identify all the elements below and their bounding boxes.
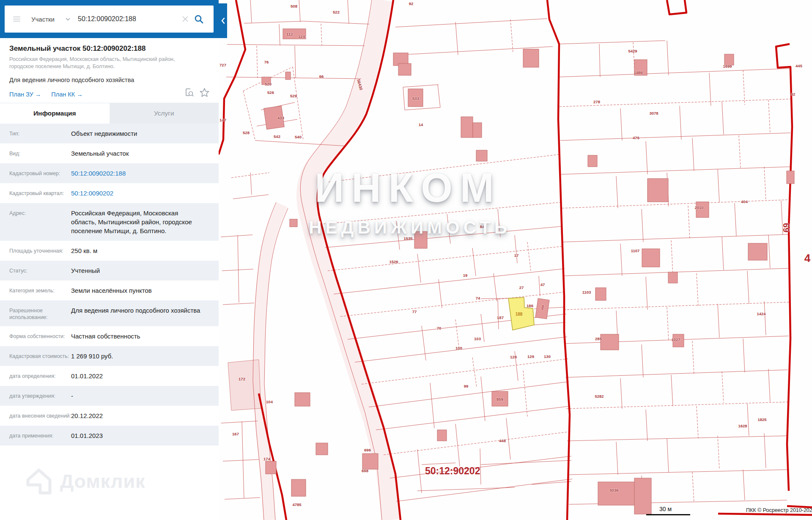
star-icon[interactable] xyxy=(200,88,209,99)
parcel-boundaries xyxy=(221,0,791,520)
parcel-number-label: 130 xyxy=(544,354,551,359)
parcel-number-label: 17 xyxy=(514,253,519,258)
parcel-number-label: 187 xyxy=(497,315,504,320)
parcel-number-label: 1489 xyxy=(634,70,642,75)
info-panel: Участки xyxy=(0,0,219,520)
parcel-number-label: 1699 xyxy=(723,64,732,69)
parcel-number-label: 522 xyxy=(333,10,340,14)
map-copyright: ПКК © Росреестр 2010-202 xyxy=(746,507,812,513)
parcel-number-label: 74 xyxy=(476,296,480,300)
cadastral-quarter-label: 50:12:90202 xyxy=(425,465,480,477)
parcel-number-label: 1424 xyxy=(757,311,765,316)
parcel-number-label: 508 xyxy=(291,4,297,8)
buildings xyxy=(262,29,794,514)
document-search-icon[interactable] xyxy=(184,87,195,99)
parcel-number-label: 92 xyxy=(409,1,414,6)
close-icon[interactable] xyxy=(180,14,191,25)
table-row: Вид:Земельный участок xyxy=(0,143,219,163)
table-row: Кадастровая стоимость:1 269 910 руб. xyxy=(0,346,219,366)
pink-parcel[interactable] xyxy=(228,360,261,410)
road-surfaces xyxy=(258,0,391,520)
search-input[interactable] xyxy=(77,15,180,23)
parcel-number-label: 698 xyxy=(362,468,368,473)
parcel-number-label: 448 xyxy=(499,438,506,443)
row-value: Учтенный xyxy=(71,266,219,275)
parcel-number-label: 445 xyxy=(796,63,802,68)
row-label: Кадастровый номер: xyxy=(0,169,71,177)
row-value: 20.12.2022 xyxy=(71,411,219,420)
chevron-down-icon xyxy=(66,18,70,21)
parcel-number-label: 76 xyxy=(264,60,269,64)
table-row: Категория земель:Земли населённых пункто… xyxy=(0,281,219,300)
parcel-number-label: 433 xyxy=(277,116,284,120)
search-icon[interactable] xyxy=(193,14,204,25)
parcel-number-label: 47 xyxy=(540,282,545,287)
table-row: дата определения:01.01.2022 xyxy=(0,366,219,386)
row-value: Земли населённых пунктов xyxy=(71,286,219,295)
parcel-number-label: 5282 xyxy=(595,394,604,399)
table-row: Кадастровый квартал:50:12:0090202 xyxy=(0,183,219,203)
row-value: - xyxy=(71,391,219,400)
parcel-number-label: 77 xyxy=(412,309,417,314)
cadastral-number-link[interactable]: 50:12:0090202:188 xyxy=(71,169,219,178)
search-category-label: Участки xyxy=(31,16,55,23)
parcel-number-label: 520 xyxy=(265,82,272,86)
table-row: Статус:Учтенный xyxy=(0,261,219,281)
tab-informatsiya[interactable]: Информация xyxy=(0,103,110,124)
parcel-number-label: 104 xyxy=(266,399,273,404)
cadastral-map[interactable]: 5085229211212376667271475205265294335285… xyxy=(219,0,812,520)
parcel-number-label: 103 xyxy=(474,336,481,341)
row-value: 250 кв. м xyxy=(71,246,219,255)
collapse-panel-button[interactable] xyxy=(219,3,227,38)
parcel-number-label: 1027 xyxy=(671,337,680,342)
parcel-number-label: 533 xyxy=(412,96,419,101)
parcel-number-label: 285 xyxy=(595,336,602,341)
row-label: дата применения: xyxy=(0,431,71,439)
table-row: Площадь уточненная:250 кв. м xyxy=(0,241,219,261)
parcel-number-label: 727 xyxy=(219,63,226,67)
parcel-number-label: 112 xyxy=(286,32,293,36)
hamburger-icon[interactable] xyxy=(13,17,20,22)
parcel-number-label: 1825 xyxy=(757,417,766,422)
domclick-label: Домклик xyxy=(60,470,145,492)
row-value: 01.01.2023 xyxy=(71,431,219,440)
row-value: 01.01.2022 xyxy=(71,371,219,380)
parcel-number-label: 69 xyxy=(782,223,791,232)
row-value: Российская Федерация, Московская область… xyxy=(71,209,219,235)
parcel-number-label: 404 xyxy=(741,199,748,204)
map-watermark-nedvizhimost: НЕДВИЖИМОСТЬ xyxy=(309,217,511,238)
parcel-number-label: 172 xyxy=(239,377,245,381)
parcel-number-label: 19 xyxy=(463,273,468,278)
parcel-number-label: 696 xyxy=(364,448,371,452)
plan-zu-link[interactable]: План ЗУ → xyxy=(9,91,41,98)
parcel-number-label: 529 xyxy=(290,94,297,98)
cadastral-number-link[interactable]: 50:12:0090202 xyxy=(71,189,219,198)
parcel-usage: Для ведения личного подсобного хозяйства xyxy=(9,77,209,83)
parcel-number-label: 5036 xyxy=(609,488,618,492)
scale-bar xyxy=(646,514,690,515)
selected-parcel-number: 188 xyxy=(516,312,523,316)
row-label: Кадастровая стоимость: xyxy=(0,352,71,360)
parcel-number-label: 128 xyxy=(510,355,517,359)
row-label: Вид: xyxy=(0,149,71,157)
table-row: дата применения:01.01.2023 xyxy=(0,426,219,446)
row-value: 1 269 910 руб. xyxy=(71,352,219,360)
map-watermark-inkom: ИНКОМ xyxy=(315,165,502,211)
app-window: 5085229211212376667271475205265294335285… xyxy=(0,0,812,520)
head-icons xyxy=(184,87,209,99)
search-category-dropdown[interactable]: Участки xyxy=(31,16,70,23)
parcel-number-label: 123 xyxy=(298,34,305,39)
search-header: Участки xyxy=(0,0,219,38)
parcel-number-label: 5429 xyxy=(628,49,637,53)
row-label: Кадастровый квартал: xyxy=(0,189,71,197)
parcel-number-label: 476 xyxy=(633,135,639,140)
page-title: Земельный участок 50:12:0090202:188 xyxy=(9,44,209,53)
parcel-summary: Земельный участок 50:12:0090202:188 Росс… xyxy=(0,38,219,99)
plan-kk-link[interactable]: План КК → xyxy=(51,91,82,98)
parcel-number-label: 70 xyxy=(437,326,442,330)
parcel-number-label: 542 xyxy=(274,134,280,139)
tab-uslugi[interactable]: Услуги xyxy=(110,103,219,124)
row-label: дата внесения сведений: xyxy=(0,411,71,419)
parcel-number-label: 174 xyxy=(263,457,270,461)
row-label: Площадь уточненная: xyxy=(0,246,71,254)
